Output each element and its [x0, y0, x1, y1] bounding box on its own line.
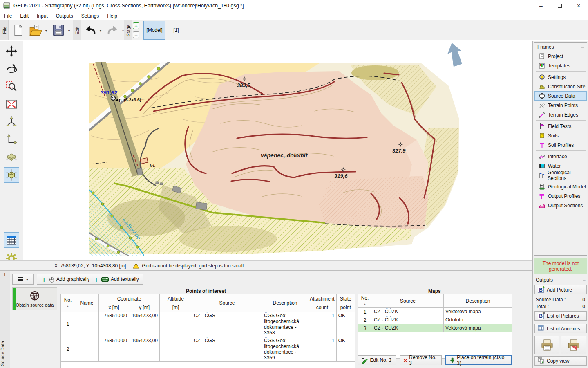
- frame-item-geological-sections[interactable]: Geological Sections: [534, 171, 587, 180]
- field-tests-flag-icon: [539, 123, 545, 129]
- list-of-annexes-button[interactable]: List of Annexes: [534, 324, 587, 333]
- col-x[interactable]: x [m]: [99, 303, 129, 312]
- axonometric-view-tool-button[interactable]: [4, 167, 19, 183]
- col-coordinate[interactable]: Coordinate: [99, 294, 160, 303]
- copy-view-icon: [538, 357, 544, 365]
- tables-view-tool-button[interactable]: [4, 232, 19, 248]
- stage-add-icon[interactable]: +: [133, 22, 139, 29]
- col-no[interactable]: No. ▲: [61, 294, 75, 312]
- col-source[interactable]: Source: [192, 294, 262, 312]
- model-stage-button[interactable]: [Model]: [143, 21, 165, 40]
- map-viewport[interactable]: 351,92 p. (6.2x3.6) 389,5 327,9 319,6 vá…: [23, 41, 532, 260]
- col-y[interactable]: y [m]: [129, 303, 160, 312]
- output-sections-icon: [539, 202, 545, 209]
- outputs-minimize-button[interactable]: –: [583, 277, 586, 283]
- table-row[interactable]: 1 CZ - ČÚZK Vektorová mapa: [358, 308, 512, 316]
- undo-button[interactable]: [83, 22, 98, 39]
- col-attachment[interactable]: Attachment: [308, 294, 337, 303]
- table-row[interactable]: 2 758510,00 1054723,00 CZ - ČGS ČGS Geo:…: [61, 337, 355, 362]
- maps-table[interactable]: No. ▲ Source Description 1 CZ - ČÚZK Vek…: [358, 294, 512, 359]
- globe-icon: [539, 93, 545, 99]
- table-row[interactable]: 1 758510,00 1054723,00 CZ - ČGS ČGS Geo:…: [61, 312, 355, 337]
- frame-item-project[interactable]: Project: [534, 52, 587, 61]
- frames-minimize-button[interactable]: –: [581, 44, 584, 50]
- col-description[interactable]: Description: [444, 294, 512, 308]
- panel-collapse-handle[interactable]: I: [0, 272, 10, 277]
- table-row-selected[interactable]: 3 CZ - ČÚZK Vektorová mapa: [358, 324, 512, 332]
- save-file-dropdown[interactable]: ▾: [66, 22, 72, 39]
- maximize-button[interactable]: [550, 0, 569, 11]
- axes-3d-tool-button[interactable]: [4, 114, 19, 130]
- menu-edit[interactable]: Edit: [16, 12, 33, 20]
- geological-sections-icon: [539, 172, 545, 178]
- print-report-button[interactable]: [561, 336, 586, 354]
- frame-item-templates[interactable]: Templates: [534, 61, 587, 70]
- frame-item-interface[interactable]: Interface: [534, 152, 587, 161]
- frame-item-terrain-edges[interactable]: Terrain Edges: [534, 110, 587, 119]
- trf-label: trf.: [150, 163, 156, 168]
- col-no[interactable]: No. ▲: [358, 294, 372, 308]
- col-state[interactable]: State: [336, 294, 355, 303]
- source-data-count: 0: [582, 297, 585, 303]
- new-file-button[interactable]: [11, 22, 25, 39]
- frame-item-terrain-points[interactable]: Terrain Points: [534, 101, 587, 110]
- model-not-generated-warning: The model is not generated.: [534, 258, 587, 274]
- perspective-view-tool-button[interactable]: [4, 150, 19, 165]
- copy-view-button[interactable]: Copy view: [534, 356, 587, 366]
- col-source[interactable]: Source: [372, 294, 444, 308]
- frame-item-settings[interactable]: Settings: [534, 72, 587, 82]
- frame-item-output-sections[interactable]: Output Sections: [534, 201, 587, 210]
- stage-tab-1[interactable]: [1]: [170, 21, 182, 40]
- frame-item-output-profiles[interactable]: Output Profiles: [534, 191, 587, 201]
- menu-settings[interactable]: Settings: [77, 12, 103, 20]
- frame-item-soil-profiles[interactable]: Soil Profiles: [534, 140, 587, 150]
- menu-input[interactable]: Input: [33, 12, 52, 20]
- menu-outputs[interactable]: Outputs: [52, 12, 77, 20]
- place-on-terrain-button[interactable]: Place on terrain (číslo 3): [445, 355, 512, 365]
- redo-icon: [107, 25, 119, 36]
- orbit-tool-button[interactable]: [4, 61, 19, 76]
- col-name[interactable]: Name: [75, 294, 99, 312]
- list-menu-button[interactable]: ▾: [12, 274, 34, 285]
- points-of-interest-table[interactable]: No. ▲ Name Coordinate Altitude Source De…: [60, 294, 355, 368]
- close-button[interactable]: ×: [569, 0, 588, 11]
- frame-item-geological-model[interactable]: Geological Model: [534, 182, 587, 191]
- pan-tool-button[interactable]: [4, 43, 19, 59]
- frame-item-field-tests[interactable]: Field Tests: [534, 121, 587, 131]
- undo-icon: [84, 25, 96, 36]
- col-description[interactable]: Description: [262, 294, 308, 312]
- zoom-extents-tool-button[interactable]: [4, 96, 19, 112]
- frame-item-source-data[interactable]: Source Data: [534, 91, 587, 101]
- undo-dropdown[interactable]: ▾: [98, 22, 103, 39]
- add-graphically-button[interactable]: ＋ Add graphically: [37, 274, 94, 285]
- tables-icon: [5, 234, 18, 246]
- zoom-window-tool-button[interactable]: [4, 79, 19, 94]
- list-of-pictures-icon: B≡: [538, 313, 544, 319]
- keyboard-icon: [101, 277, 109, 282]
- print-button[interactable]: [534, 336, 559, 354]
- table-row[interactable]: 2 CZ - ČÚZK Ortofoto: [358, 316, 512, 324]
- main-toolbar: File ▾ ▾ Edit ▾ ▾ Stage + − [Model] [1]: [0, 20, 588, 40]
- menu-help[interactable]: Help: [103, 12, 121, 20]
- open-file-dropdown[interactable]: ▾: [43, 22, 49, 39]
- frame-item-construction-site[interactable]: Construction Site: [534, 82, 587, 91]
- frame-item-soils[interactable]: Soils: [534, 131, 587, 140]
- list-of-pictures-button[interactable]: B≡ List of Pictures: [534, 311, 587, 321]
- edit-map-button[interactable]: Edit No. 3: [358, 355, 396, 365]
- redo-button[interactable]: [105, 22, 120, 39]
- add-textually-button[interactable]: ＋ Add textually: [89, 274, 143, 285]
- add-picture-button[interactable]: B+ Add Picture: [534, 285, 587, 294]
- obtain-source-data-button[interactable]: Obtain source data: [12, 287, 57, 310]
- plus-icon: ＋: [93, 276, 99, 283]
- menu-file[interactable]: File: [0, 12, 16, 20]
- output-profiles-icon: [539, 193, 545, 199]
- minimize-button[interactable]: –: [532, 0, 550, 11]
- save-file-button[interactable]: [51, 22, 66, 39]
- stage-remove-icon[interactable]: −: [133, 31, 139, 38]
- open-file-button[interactable]: [29, 22, 43, 39]
- add-picture-icon: B+: [538, 287, 544, 293]
- remove-map-button[interactable]: × Remove No. 3: [400, 355, 442, 365]
- col-altitude[interactable]: Altitude: [160, 294, 192, 303]
- axes-2d-tool-button[interactable]: [4, 132, 19, 147]
- sort-asc-icon: ▲: [363, 303, 367, 306]
